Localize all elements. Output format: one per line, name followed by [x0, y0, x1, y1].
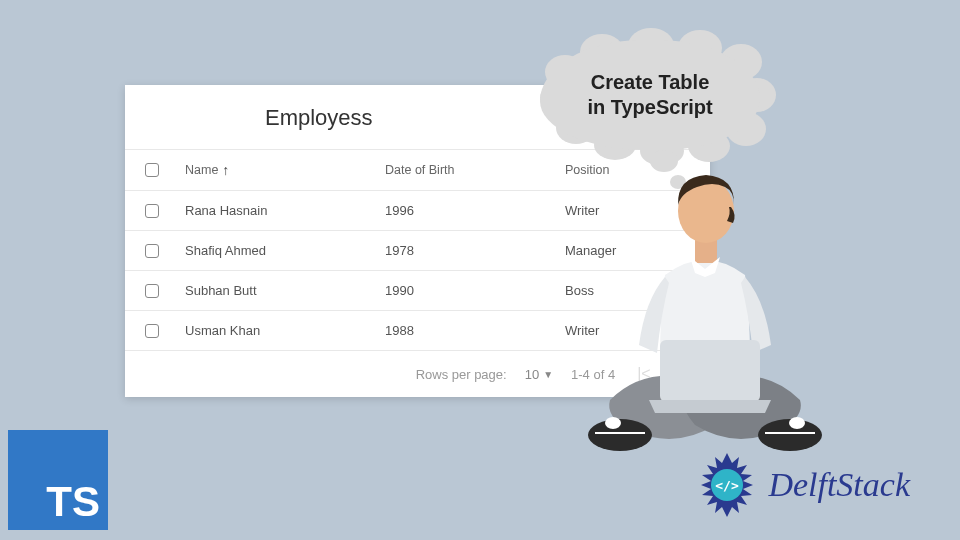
chevron-down-icon: ▼ [543, 369, 553, 380]
svg-point-3 [789, 417, 805, 429]
svg-point-2 [605, 417, 621, 429]
bubble-line1: Create Table [587, 70, 712, 95]
rows-per-page-select[interactable]: 10 ▼ [525, 367, 553, 382]
cell-name: Subhan Butt [185, 283, 385, 298]
row-checkbox[interactable] [145, 284, 159, 298]
cell-name: Shafiq Ahmed [185, 243, 385, 258]
thought-bubble: Create Table in TypeScript [540, 40, 760, 150]
cell-name: Rana Hasnain [185, 203, 385, 218]
delftstack-logo: </> DelftStack [692, 450, 910, 520]
typescript-logo: TS [8, 430, 108, 530]
header-checkbox-cell [145, 163, 185, 177]
cell-dob: 1996 [385, 203, 565, 218]
column-header-name[interactable]: Name ↑ [185, 162, 385, 178]
bubble-line2: in TypeScript [587, 95, 712, 120]
row-checkbox[interactable] [145, 324, 159, 338]
column-header-name-label: Name [185, 163, 218, 177]
typescript-logo-text: TS [46, 478, 100, 526]
row-checkbox[interactable] [145, 244, 159, 258]
svg-rect-4 [660, 340, 760, 402]
select-all-checkbox[interactable] [145, 163, 159, 177]
svg-text:</>: </> [716, 478, 740, 493]
delftstack-icon: </> [692, 450, 762, 520]
cell-name: Usman Khan [185, 323, 385, 338]
cell-dob: 1988 [385, 323, 565, 338]
cell-dob: 1990 [385, 283, 565, 298]
sort-arrow-up-icon: ↑ [222, 162, 229, 178]
cell-dob: 1978 [385, 243, 565, 258]
row-checkbox[interactable] [145, 204, 159, 218]
rows-per-page-label: Rows per page: [416, 367, 507, 382]
delftstack-text: DelftStack [768, 466, 910, 504]
person-illustration [565, 165, 845, 465]
column-header-dob[interactable]: Date of Birth [385, 163, 565, 177]
rows-per-page-value: 10 [525, 367, 539, 382]
